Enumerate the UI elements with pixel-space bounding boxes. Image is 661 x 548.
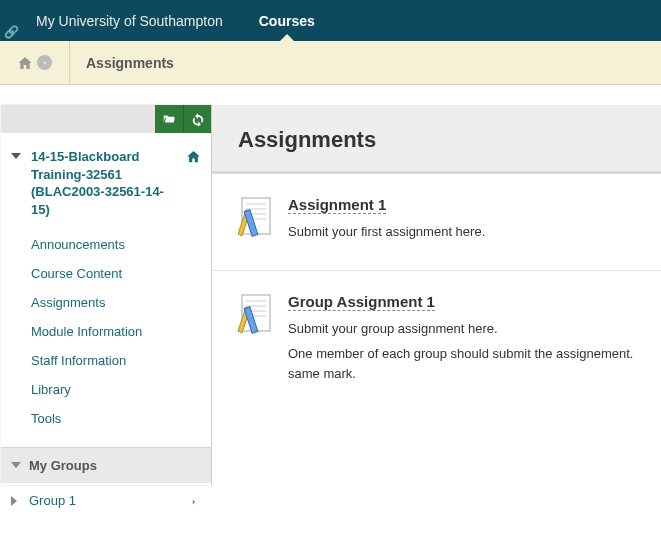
collapse-icon bbox=[11, 462, 21, 468]
assignment-desc: Submit your first assignment here. bbox=[288, 222, 661, 242]
collapse-icon bbox=[11, 153, 21, 159]
nav-assignments[interactable]: Assignments bbox=[31, 288, 211, 317]
group-name: Group 1 bbox=[29, 493, 76, 508]
page-title: Assignments bbox=[238, 127, 661, 153]
chevron-down-icon[interactable] bbox=[37, 55, 52, 70]
nav-tools[interactable]: Tools bbox=[31, 404, 211, 433]
assignment-icon bbox=[230, 196, 280, 248]
course-header[interactable]: 14-15-Blackboard Training-32561 (BLAC200… bbox=[1, 133, 211, 226]
breadcrumb-current: Assignments bbox=[70, 55, 174, 71]
content-header: Assignments bbox=[212, 105, 661, 174]
home-icon bbox=[17, 55, 33, 71]
assignment-item: Group Assignment 1 Submit your group ass… bbox=[212, 271, 661, 412]
assignment-title[interactable]: Group Assignment 1 bbox=[288, 293, 435, 311]
nav-library[interactable]: Library bbox=[31, 375, 211, 404]
my-groups-label: My Groups bbox=[29, 458, 97, 473]
assignment-icon bbox=[230, 293, 280, 390]
nav-course-content[interactable]: Course Content bbox=[31, 259, 211, 288]
group-item[interactable]: Group 1 bbox=[1, 483, 211, 520]
folder-open-icon bbox=[162, 112, 176, 126]
assignment-title[interactable]: Assignment 1 bbox=[288, 196, 386, 214]
nav-my-university[interactable]: My University of Southampton bbox=[18, 0, 241, 41]
my-groups-header[interactable]: My Groups bbox=[1, 447, 211, 483]
course-home-button[interactable] bbox=[186, 149, 201, 167]
chevron-right-icon bbox=[189, 495, 199, 510]
content-area: Assignments Assignment 1 Submit your fir… bbox=[212, 85, 661, 548]
refresh-button[interactable] bbox=[183, 105, 211, 133]
assignment-item: Assignment 1 Submit your first assignmen… bbox=[212, 174, 661, 271]
assignment-desc: One member of each group should submit t… bbox=[288, 344, 661, 383]
breadcrumb: Assignments bbox=[0, 41, 661, 85]
assignment-desc: Submit your group assignment here. bbox=[288, 319, 661, 339]
breadcrumb-home[interactable] bbox=[0, 41, 70, 85]
sidebar: 14-15-Blackboard Training-32561 (BLAC200… bbox=[1, 105, 212, 485]
nav-staff-information[interactable]: Staff Information bbox=[31, 346, 211, 375]
home-icon bbox=[186, 149, 201, 164]
nav-courses[interactable]: Courses bbox=[241, 0, 333, 41]
folder-open-button[interactable] bbox=[155, 105, 183, 133]
nav-announcements[interactable]: Announcements bbox=[31, 230, 211, 259]
top-nav: 🔗 My University of Southampton Courses bbox=[0, 0, 661, 41]
link-icon: 🔗 bbox=[4, 25, 19, 39]
course-title[interactable]: 14-15-Blackboard Training-32561 (BLAC200… bbox=[31, 148, 179, 218]
refresh-icon bbox=[191, 112, 205, 126]
expand-icon bbox=[11, 496, 17, 506]
nav-module-information[interactable]: Module Information bbox=[31, 317, 211, 346]
sidebar-toolbar bbox=[1, 105, 211, 133]
course-nav: Announcements Course Content Assignments… bbox=[1, 226, 211, 447]
